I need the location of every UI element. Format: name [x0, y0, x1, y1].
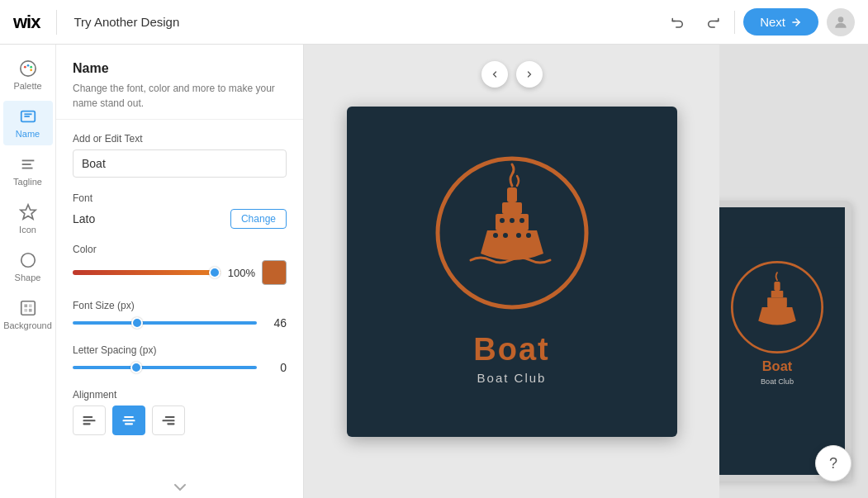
svg-point-2 — [20, 61, 35, 76]
laptop-preview-inner: Boat Boat Club — [719, 207, 845, 475]
alignment-section: Alignment — [73, 389, 287, 435]
color-label: Color — [73, 244, 287, 255]
panel-header: Name Change the font, color and more to … — [56, 45, 303, 120]
sidebar-item-palette[interactable]: Palette — [3, 53, 53, 97]
svg-rect-24 — [123, 420, 135, 421]
alignment-row — [73, 406, 287, 435]
svg-rect-16 — [24, 304, 27, 307]
boat-subtitle: Boat Club — [477, 371, 547, 385]
name-text-input[interactable] — [73, 149, 287, 178]
svg-point-6 — [30, 69, 32, 71]
prev-design-button[interactable] — [481, 61, 508, 88]
svg-text:Boat Club: Boat Club — [761, 377, 794, 386]
font-size-section: Font Size (px) 46 — [73, 300, 287, 330]
design-logo-area: Boat Boat Club — [421, 107, 603, 437]
letter-spacing-value: 0 — [263, 361, 287, 374]
svg-rect-32 — [507, 187, 517, 202]
icon-sidebar: Palette Name Tagline Icon — [0, 45, 56, 498]
panel-scroll-indicator — [56, 477, 303, 498]
main-layout: Palette Name Tagline Icon — [0, 45, 868, 498]
topbar-title: Try Another Design — [74, 15, 652, 29]
next-button[interactable]: Next — [743, 8, 818, 36]
svg-point-39 — [526, 233, 531, 238]
sidebar-item-shape[interactable]: Shape — [3, 244, 53, 289]
svg-point-33 — [500, 218, 505, 223]
add-edit-label: Add or Edit Text — [73, 133, 287, 145]
sidebar-item-shape-label: Shape — [15, 273, 41, 282]
svg-rect-44 — [774, 282, 780, 291]
svg-text:Boat: Boat — [762, 358, 793, 373]
add-edit-text-section: Add or Edit Text — [73, 133, 287, 178]
svg-point-36 — [493, 233, 498, 238]
change-font-button[interactable]: Change — [230, 209, 287, 229]
svg-rect-27 — [163, 420, 175, 421]
topbar: wix Try Another Design Next — [0, 0, 868, 45]
laptop-preview: Boat Boat Club — [719, 201, 851, 481]
svg-rect-23 — [124, 416, 134, 418]
color-pct: 100% — [225, 267, 255, 279]
svg-rect-22 — [83, 423, 91, 424]
user-avatar[interactable] — [827, 8, 855, 36]
letter-spacing-slider-wrap: 0 — [73, 361, 287, 374]
sidebar-item-tagline[interactable]: Tagline — [3, 149, 53, 193]
help-icon: ? — [829, 455, 837, 472]
svg-rect-15 — [21, 301, 35, 315]
svg-point-37 — [503, 233, 508, 238]
font-size-slider[interactable] — [73, 321, 257, 325]
panel-body: Add or Edit Text Font Lato Change Color … — [56, 120, 303, 477]
svg-point-5 — [30, 66, 32, 69]
letter-spacing-section: Letter Spacing (px) 0 — [73, 344, 287, 374]
help-button[interactable]: ? — [815, 445, 851, 481]
sidebar-item-name-label: Name — [16, 129, 40, 139]
svg-rect-42 — [767, 297, 787, 307]
svg-rect-40 — [719, 247, 845, 435]
sidebar-item-name[interactable]: Name — [3, 101, 53, 145]
align-left-button[interactable] — [73, 406, 106, 435]
sidebar-item-icon[interactable]: Icon — [3, 197, 53, 241]
align-right-button[interactable] — [152, 406, 185, 435]
svg-rect-28 — [167, 423, 174, 424]
color-swatch[interactable] — [262, 260, 287, 285]
canvas-area: Boat Boat Club — [304, 45, 719, 498]
font-row: Lato Change — [73, 209, 287, 229]
color-slider-wrap: 100% — [73, 267, 255, 279]
svg-rect-20 — [83, 416, 93, 418]
boat-name-text: Boat — [473, 332, 549, 368]
panel: Name Change the font, color and more to … — [56, 45, 304, 498]
font-size-value: 46 — [263, 316, 287, 330]
svg-point-35 — [519, 218, 524, 223]
boat-logo-svg — [421, 142, 603, 324]
font-name: Lato — [73, 212, 95, 225]
sidebar-item-palette-label: Palette — [13, 81, 41, 91]
design-card: Boat Boat Club — [347, 107, 677, 437]
svg-rect-18 — [24, 309, 27, 312]
redo-button[interactable] — [700, 9, 726, 36]
sidebar-item-icon-label: Icon — [19, 225, 36, 235]
svg-rect-25 — [125, 423, 133, 424]
panel-title: Name — [73, 61, 287, 76]
color-slider[interactable] — [73, 270, 221, 275]
alignment-label: Alignment — [73, 389, 287, 401]
svg-rect-31 — [502, 202, 522, 214]
sidebar-item-background-label: Background — [3, 320, 52, 330]
wix-logo: wix — [13, 12, 40, 33]
right-preview: Boat Boat Club — [719, 45, 868, 498]
color-row: 100% — [73, 260, 287, 285]
undo-button[interactable] — [665, 9, 691, 36]
next-design-button[interactable] — [516, 61, 543, 88]
letter-spacing-label: Letter Spacing (px) — [73, 344, 287, 356]
sidebar-item-tagline-label: Tagline — [13, 177, 42, 187]
svg-point-38 — [516, 233, 521, 238]
align-center-button[interactable] — [112, 406, 145, 435]
letter-spacing-slider[interactable] — [73, 366, 257, 369]
svg-rect-19 — [28, 309, 31, 312]
sidebar-item-background[interactable]: Background — [3, 292, 53, 337]
font-section: Font Lato Change — [73, 192, 287, 229]
svg-rect-21 — [83, 420, 96, 421]
font-size-label: Font Size (px) — [73, 300, 287, 311]
svg-point-34 — [510, 218, 515, 223]
topbar-actions: Next — [665, 8, 855, 36]
svg-rect-26 — [165, 416, 175, 418]
font-label: Font — [73, 192, 287, 204]
color-section: Color 100% — [73, 244, 287, 285]
